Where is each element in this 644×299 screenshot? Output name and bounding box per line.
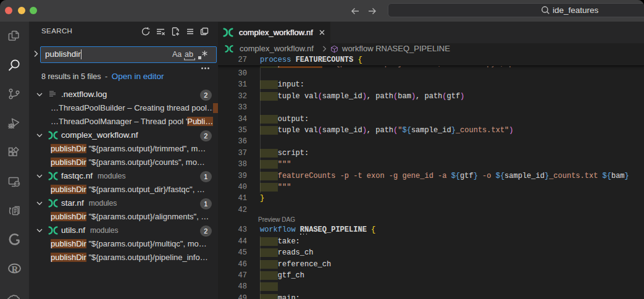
svg-text:R: R [12,264,19,274]
